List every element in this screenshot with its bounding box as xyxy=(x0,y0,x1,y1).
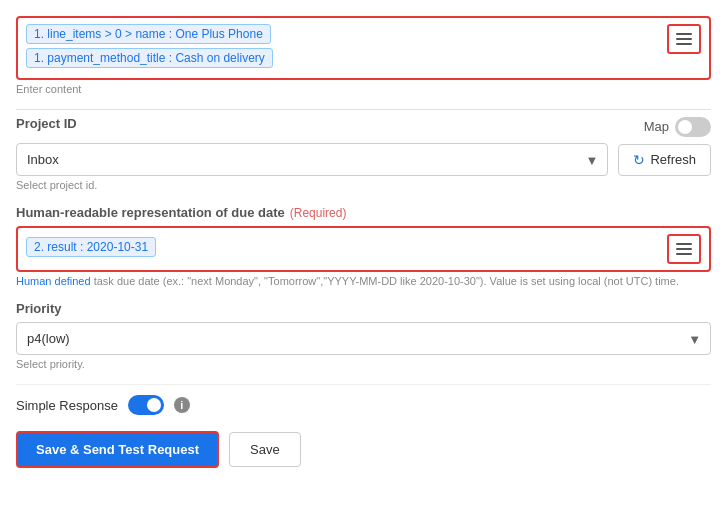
project-id-hint: Select project id. xyxy=(16,179,711,191)
simple-response-toggle-slider xyxy=(128,395,164,415)
hamburger-line xyxy=(676,243,692,245)
hamburger-line xyxy=(676,43,692,45)
content-field: 1. line_items > 0 > name : One Plus Phon… xyxy=(16,16,711,80)
info-icon[interactable]: i xyxy=(174,397,190,413)
refresh-label: Refresh xyxy=(650,152,696,167)
project-id-label: Project ID xyxy=(16,116,77,131)
due-date-label: Human-readable representation of due dat… xyxy=(16,205,285,220)
due-date-label-row: Human-readable representation of due dat… xyxy=(16,205,711,220)
due-date-hint: Human defined task due date (ex.: "next … xyxy=(16,275,711,287)
refresh-icon: ↻ xyxy=(633,152,645,168)
content-hint: Enter content xyxy=(16,83,711,95)
priority-select[interactable]: p1(urgent) p2(high) p3(normal) p4(low) xyxy=(16,322,711,355)
priority-section: Priority p1(urgent) p2(high) p3(normal) … xyxy=(16,301,711,370)
required-badge: (Required) xyxy=(290,206,347,220)
priority-select-wrapper: p1(urgent) p2(high) p3(normal) p4(low) ▼ xyxy=(16,322,711,355)
content-menu-button[interactable] xyxy=(667,24,701,54)
due-date-section: Human-readable representation of due dat… xyxy=(16,205,711,287)
content-tags: 1. line_items > 0 > name : One Plus Phon… xyxy=(26,24,659,72)
refresh-button[interactable]: ↻ Refresh xyxy=(618,144,711,176)
hamburger-line xyxy=(676,248,692,250)
priority-label: Priority xyxy=(16,301,711,316)
simple-response-label: Simple Response xyxy=(16,398,118,413)
priority-hint: Select priority. xyxy=(16,358,711,370)
map-toggle[interactable] xyxy=(675,117,711,137)
save-send-button[interactable]: Save & Send Test Request xyxy=(16,431,219,468)
map-toggle-row: Map xyxy=(644,117,711,137)
hint-blue: Human defined xyxy=(16,275,91,287)
due-date-tag: 2. result : 2020-10-31 xyxy=(26,237,156,257)
hamburger-line xyxy=(676,38,692,40)
simple-response-row: Simple Response i xyxy=(16,384,711,419)
map-label: Map xyxy=(644,119,669,134)
map-toggle-slider xyxy=(675,117,711,137)
project-id-select-wrapper: Inbox Project A Project B ▼ xyxy=(16,143,608,176)
hamburger-line xyxy=(676,253,692,255)
tag-line-2: 1. payment_method_title : Cash on delive… xyxy=(26,48,273,68)
simple-response-toggle[interactable] xyxy=(128,395,164,415)
due-date-field: 2. result : 2020-10-31 xyxy=(16,226,711,272)
content-section: 1. line_items > 0 > name : One Plus Phon… xyxy=(16,16,711,95)
hamburger-line xyxy=(676,33,692,35)
project-id-select[interactable]: Inbox Project A Project B xyxy=(16,143,608,176)
due-date-menu-button[interactable] xyxy=(667,234,701,264)
save-button[interactable]: Save xyxy=(229,432,301,467)
project-id-section: Project ID Map Inbox Project A Project B… xyxy=(16,116,711,191)
hint-body: task due date (ex.: "next Monday", "Tomo… xyxy=(91,275,679,287)
tag-line-1: 1. line_items > 0 > name : One Plus Phon… xyxy=(26,24,271,44)
buttons-row: Save & Send Test Request Save xyxy=(16,431,711,476)
